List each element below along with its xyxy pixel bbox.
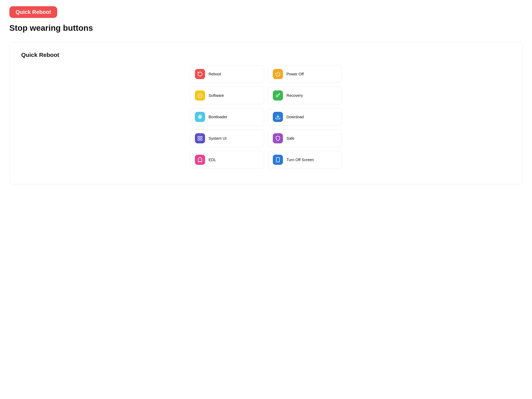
svg-rect-9 xyxy=(200,136,202,138)
reboot-label: Reboot xyxy=(209,72,221,76)
bootloader-label: Bootloader xyxy=(209,115,228,119)
bootloader-button[interactable]: Bootloader xyxy=(190,108,264,126)
app-badge: Quick Reboot xyxy=(9,6,57,18)
safe-button[interactable]: Safe xyxy=(268,129,342,147)
card-title: Quick Reboot xyxy=(21,52,511,58)
download-button[interactable]: Download xyxy=(268,108,342,126)
svg-line-5 xyxy=(199,115,199,119)
edl-button[interactable]: EDL xyxy=(190,151,264,168)
svg-rect-10 xyxy=(198,139,200,140)
download-icon xyxy=(273,112,283,122)
bootloader-icon xyxy=(195,112,205,122)
reboot-icon xyxy=(195,69,205,79)
main-card: Quick Reboot Reboot Power Off Software R… xyxy=(9,42,523,184)
download-label: Download xyxy=(286,115,304,119)
svg-rect-11 xyxy=(200,139,202,140)
software-icon xyxy=(195,90,205,101)
software-label: Software xyxy=(209,93,224,98)
power-off-label: Power Off xyxy=(286,72,304,76)
svg-rect-8 xyxy=(198,136,200,138)
safe-icon xyxy=(273,133,283,143)
system-ui-button[interactable]: System UI xyxy=(190,129,264,147)
software-button[interactable]: Software xyxy=(190,87,264,104)
system-ui-label: System UI xyxy=(209,136,227,141)
turn-off-screen-label: Turn Off Screen xyxy=(286,158,314,162)
edl-icon xyxy=(195,155,205,165)
action-grid: Reboot Power Off Software Recovery Bootl… xyxy=(190,65,342,168)
svg-line-6 xyxy=(200,115,201,119)
system-ui-icon xyxy=(195,133,205,143)
recovery-button[interactable]: Recovery xyxy=(268,87,342,104)
power-off-icon xyxy=(273,69,283,79)
power-off-button[interactable]: Power Off xyxy=(268,65,342,83)
turn-off-screen-icon xyxy=(273,155,283,165)
recovery-label: Recovery xyxy=(286,93,303,98)
tagline: Stop wearing buttons xyxy=(9,23,523,33)
turn-off-screen-button[interactable]: Turn Off Screen xyxy=(268,151,342,168)
reboot-button[interactable]: Reboot xyxy=(190,65,264,83)
recovery-icon xyxy=(273,90,283,101)
safe-label: Safe xyxy=(286,136,294,141)
edl-label: EDL xyxy=(209,158,216,162)
